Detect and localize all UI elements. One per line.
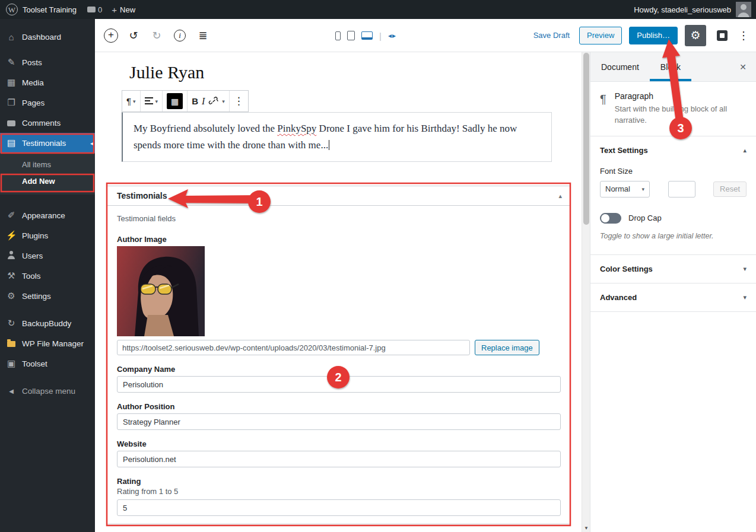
avatar[interactable] xyxy=(736,2,751,17)
sidebar-item-users[interactable]: Users xyxy=(0,246,95,266)
text-settings-panel-body: Font Size Normal ▾ Reset Drop Cap Toggle… xyxy=(590,164,756,254)
undo-button[interactable]: ↺ xyxy=(126,28,141,43)
paragraph-style-button[interactable]: ¶ ▾ xyxy=(126,96,136,106)
sidebar-item-pages[interactable]: ❐ Pages xyxy=(0,93,95,113)
align-button[interactable]: ▾ xyxy=(145,97,158,105)
format-dropdown-button[interactable]: ▾ xyxy=(222,98,225,104)
drop-cap-toggle[interactable] xyxy=(600,213,621,224)
preview-mobile-icon[interactable] xyxy=(335,31,341,40)
sidebar-item-posts[interactable]: ✎ Posts xyxy=(0,52,95,72)
sidebar-item-appearance[interactable]: ✐ Appearance xyxy=(0,205,95,225)
sidebar-item-wp-file-manager[interactable]: WP File Manager xyxy=(0,333,95,353)
new-label: New xyxy=(120,5,135,14)
content-scrollbar[interactable]: ▼ xyxy=(582,52,590,532)
block-navigation-button[interactable]: ≣ xyxy=(195,28,211,43)
preview-button[interactable]: Preview xyxy=(579,27,622,44)
menu-label: Users xyxy=(22,251,43,260)
paragraph-block[interactable]: My Boyfriend absolutely loved the PinkyS… xyxy=(122,112,552,162)
redo-button[interactable]: ↻ xyxy=(149,28,164,43)
pages-icon: ❐ xyxy=(6,97,17,108)
more-menu-button[interactable]: ⋮ xyxy=(738,29,749,42)
author-image[interactable] xyxy=(117,246,205,336)
panel-title: Advanced xyxy=(600,293,637,302)
media-icon: ▦ xyxy=(6,77,17,88)
panel-title: Color Settings xyxy=(600,265,653,273)
sidebar-item-media[interactable]: ▦ Media xyxy=(0,72,95,93)
menu-label: Tools xyxy=(22,272,41,281)
menu-label: Testimonials xyxy=(22,139,66,148)
menu-label: Settings xyxy=(22,292,51,301)
scrollbar-thumb[interactable] xyxy=(583,53,589,225)
sidebar-item-toolset[interactable]: ▣ Toolset xyxy=(0,353,95,374)
metabox-subtitle: Testimonial fields xyxy=(117,214,561,223)
sidebar-item-add-new[interactable]: Add New xyxy=(0,173,95,190)
plugin-sidebar-button[interactable] xyxy=(713,27,731,44)
preview-tablet-icon[interactable] xyxy=(347,31,355,40)
font-size-reset-button[interactable]: Reset xyxy=(713,181,747,197)
company-name-input[interactable] xyxy=(117,376,561,393)
sidebar-item-dashboard[interactable]: ⌂ Dashboard xyxy=(0,27,95,47)
save-draft-button[interactable]: Save Draft xyxy=(533,31,570,40)
font-size-select[interactable]: Normal ▾ xyxy=(600,181,650,197)
metabox-collapse-icon[interactable]: ▴ xyxy=(558,192,562,200)
folder-icon xyxy=(6,339,17,349)
scrollbar-down-arrow[interactable]: ▼ xyxy=(582,524,590,532)
preview-desktop-icon[interactable] xyxy=(361,31,373,40)
sidebar-item-testimonials[interactable]: ▤ Testimonials ◂ xyxy=(0,133,95,153)
chevron-down-icon: ▾ xyxy=(641,186,644,192)
howdy-account-link[interactable]: Howdy, staedeli_seriousweb xyxy=(634,5,731,14)
toggle-knob xyxy=(601,214,609,222)
block-options-button[interactable]: ⋮ xyxy=(234,95,244,107)
close-icon[interactable]: ✕ xyxy=(730,62,756,72)
toolset-fields-button[interactable]: ▦ xyxy=(167,93,183,109)
appearance-icon: ✐ xyxy=(6,210,17,221)
new-content-button[interactable]: + New xyxy=(112,5,135,15)
italic-button[interactable]: I xyxy=(202,96,205,107)
block-inserter-button[interactable]: + xyxy=(104,28,118,43)
website-input[interactable] xyxy=(117,451,561,467)
sidebar-item-all-items[interactable]: All items xyxy=(0,157,95,173)
sidebar-item-tools[interactable]: ⚒ Tools xyxy=(0,266,95,286)
metabox-title: Testimonials xyxy=(117,191,167,200)
editor-toolbar: + ↺ ↻ i ≣ | ◂▸ Save Draft Preview Publis… xyxy=(95,19,756,52)
sidebar-item-comments[interactable]: Comments xyxy=(0,113,95,133)
font-size-number-input[interactable] xyxy=(668,181,695,197)
drop-cap-help-text: Toggle to show a large initial letter. xyxy=(600,232,747,240)
more-icon: ⋮ xyxy=(234,95,244,107)
admin-comments-link[interactable]: 0 xyxy=(87,5,102,14)
posts-icon: ✎ xyxy=(6,57,17,68)
rating-input[interactable] xyxy=(117,499,561,516)
toolbar-separator: | xyxy=(379,31,382,41)
publish-button[interactable]: Publish… xyxy=(629,27,678,44)
wordpress-w: W xyxy=(8,6,15,14)
menu-label: Comments xyxy=(22,119,61,128)
content-structure-button[interactable]: i xyxy=(172,28,188,43)
block-card: ¶ Paragraph Start with the building bloc… xyxy=(590,82,756,136)
chevron-down-icon: ▾ xyxy=(222,98,225,104)
post-title[interactable]: Julie Ryan xyxy=(129,62,582,83)
sidebar-item-settings[interactable]: ⚙ Settings xyxy=(0,286,95,306)
metabox-header[interactable]: Testimonials ▴ xyxy=(107,186,570,206)
settings-sidebar: Document Block ✕ ¶ Paragraph Start with … xyxy=(590,52,756,532)
tab-block[interactable]: Block xyxy=(650,52,691,81)
comment-bubble-icon xyxy=(87,7,96,12)
link-button[interactable] xyxy=(208,96,218,106)
wordpress-logo-icon[interactable]: W xyxy=(6,4,18,15)
settings-gear-button[interactable]: ⚙ xyxy=(685,25,706,46)
bold-button[interactable]: B xyxy=(192,96,198,106)
text-settings-panel-header[interactable]: Text Settings ▴ xyxy=(590,136,756,164)
sidebar-item-plugins[interactable]: ⚡ Plugins xyxy=(0,225,95,246)
color-settings-panel-header[interactable]: Color Settings ▾ xyxy=(590,254,756,283)
sidebar-item-backupbuddy[interactable]: ↻ BackupBuddy xyxy=(0,313,95,333)
plugin-icon xyxy=(717,30,728,41)
site-name-link[interactable]: Toolset Training xyxy=(23,5,77,14)
author-position-input[interactable] xyxy=(117,413,561,430)
image-url-input[interactable] xyxy=(117,340,470,355)
tab-document[interactable]: Document xyxy=(590,52,650,81)
chevron-up-icon: ▴ xyxy=(743,146,747,154)
preview-flip-icon[interactable]: ◂▸ xyxy=(388,31,396,40)
collapse-menu-button[interactable]: ◀ Collapse menu xyxy=(0,381,95,401)
replace-image-button[interactable]: Replace image xyxy=(475,340,539,355)
comments-icon xyxy=(6,118,17,128)
advanced-panel-header[interactable]: Advanced ▾ xyxy=(590,283,756,311)
